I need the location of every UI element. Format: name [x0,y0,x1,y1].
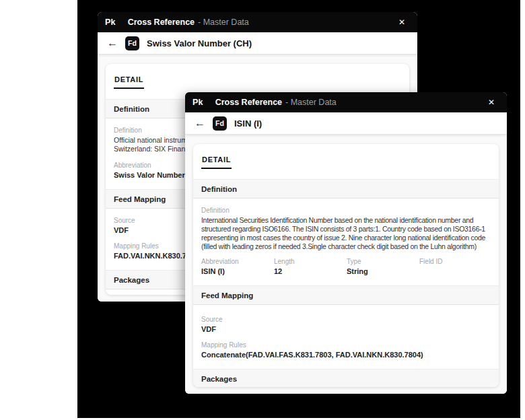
entity-title: Swiss Valor Number (CH) [147,38,252,48]
tab-detail[interactable]: DETAIL [201,155,232,169]
detail-card: DETAIL Definition Definition Internation… [193,144,499,387]
close-icon[interactable]: ✕ [397,17,407,28]
modal-subtitle: - Master Data [198,18,249,27]
fd-badge: Fd [125,36,139,50]
type-label: Type [347,258,419,265]
attribute-length: Length 12 [274,256,347,275]
definition-fields: Definition International Securities Iden… [193,207,499,251]
entity-title: ISIN (I) [234,118,262,129]
feed-mapping-section-header: Feed Mapping [193,285,499,305]
entity-toolbar: ← Fd ISIN (I) [185,112,507,135]
tab-bar: DETAIL [106,64,409,89]
cross-reference-modal-isin: Pk Cross Reference - Master Data ✕ ← Fd … [185,92,507,394]
fd-badge: Fd [213,116,227,131]
length-value: 12 [274,267,347,275]
length-label: Length [274,258,347,265]
tab-bar: DETAIL [193,144,499,169]
abbreviation-label: Abbreviation [201,258,274,265]
modal-subtitle: - Master Data [285,98,337,107]
attribute-grid: Abbreviation ISIN (I) Length 12 Type Str… [193,256,499,275]
mapping-rules-value: Concatenate(FAD.VAI.FAS.K831.7803, FAD.V… [201,351,491,359]
modal-title: Cross Reference [128,18,195,27]
mapping-rules-label: Mapping Rules [201,341,491,349]
modal-titlebar: Pk Cross Reference - Master Data ✕ [98,12,417,32]
field-id-label: Field ID [419,258,491,265]
pk-logo: Pk [105,18,116,27]
attribute-field-id: Field ID [419,256,491,275]
attribute-abbreviation: Abbreviation ISIN (I) [201,256,274,275]
attribute-type: Type String [347,256,419,275]
definition-value: International Securities Identification … [201,216,491,251]
pk-logo: Pk [193,98,203,107]
back-arrow-icon[interactable]: ← [195,118,205,129]
type-value: String [347,267,419,275]
definition-section-header: Definition [193,179,499,199]
close-icon[interactable]: ✕ [487,97,496,108]
tab-detail[interactable]: DETAIL [114,75,144,89]
source-value: VDF [201,325,491,333]
definition-label: Definition [201,207,491,214]
entity-toolbar: ← Fd Swiss Valor Number (CH) [98,32,417,55]
back-arrow-icon[interactable]: ← [107,38,118,48]
source-label: Source [201,316,491,323]
abbreviation-value: ISIN (I) [201,267,274,275]
modal-body: DETAIL Definition Definition Internation… [185,135,507,394]
modal-titlebar: Pk Cross Reference - Master Data ✕ [185,92,507,112]
packages-section-header: Packages [193,369,499,387]
feed-mapping-fields: Source VDF Mapping Rules Concatenate(FAD… [193,316,499,359]
modal-title: Cross Reference [215,98,282,107]
